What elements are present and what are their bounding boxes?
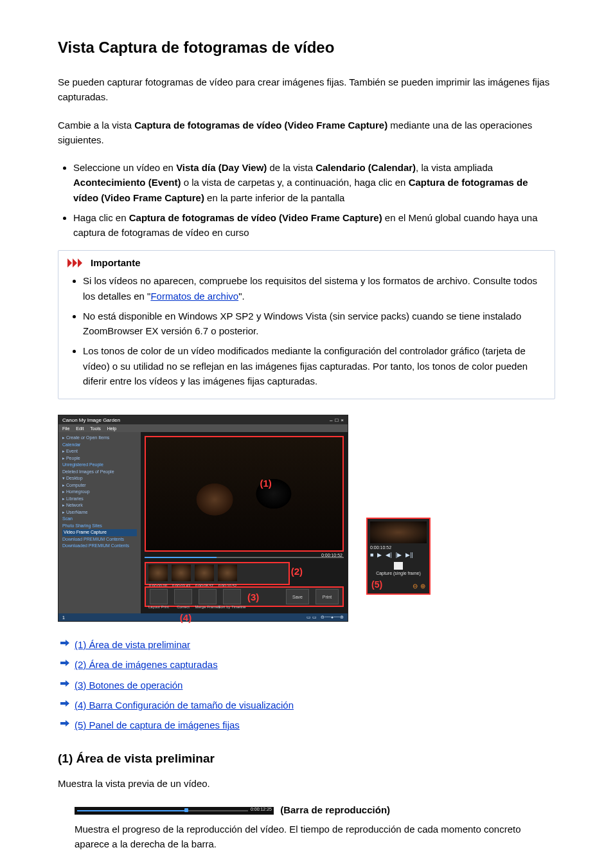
zoom-controls: ▭ ▭ ⊖──●──⊕ bbox=[306, 615, 344, 620]
anchor-link-3[interactable]: (3) Botones de operación bbox=[75, 680, 182, 691]
menu-item: Tools bbox=[90, 426, 100, 431]
sidebar-item: Libraries bbox=[66, 496, 84, 501]
anchor-link-2[interactable]: (2) Área de imágenes capturadas bbox=[75, 659, 218, 670]
text: en la parte inferior de la pantalla bbox=[204, 192, 344, 203]
text: , la vista ampliada bbox=[416, 162, 493, 173]
sidebar-item: Download PREMIUM Contents bbox=[62, 536, 137, 543]
page-title: Vista Captura de fotogramas de vídeo bbox=[58, 39, 555, 57]
playback-bar-block: 0:00:12:25 (Barra de reproducción) Muest… bbox=[75, 804, 555, 869]
thumb: 0:00:08.57 bbox=[195, 565, 214, 581]
status-count: 1 bbox=[62, 615, 65, 620]
panel-zoom: ⊖⊕ bbox=[413, 583, 425, 590]
captured-thumbs: 0:00:00.00 0:00:03.43 0:00:08.57 0:00:10… bbox=[145, 562, 290, 585]
intro-paragraph-1: Se pueden capturar fotogramas de vídeo p… bbox=[58, 75, 555, 105]
tool-merge-frames bbox=[199, 589, 217, 604]
section-1-p1: Muestra la vista previa de un vídeo. bbox=[58, 776, 555, 791]
overlay-label-4: (4) bbox=[180, 612, 191, 623]
panel-time: 0:00:10:52 bbox=[370, 545, 427, 550]
text: Seleccione un vídeo en bbox=[73, 162, 176, 173]
text: Cambie a la vista bbox=[58, 120, 134, 131]
callout-title-text: Importante bbox=[91, 257, 141, 268]
close-icon: × bbox=[341, 417, 344, 423]
window-controls: – □ × bbox=[330, 417, 344, 423]
maximize-icon: □ bbox=[335, 417, 338, 423]
playback-bar-image: 0:00:12:25 bbox=[75, 807, 274, 815]
callout-list: Si los vídeos no aparecen, compruebe los… bbox=[67, 273, 546, 388]
main-area: (1) 0:00:10:52 0:00:00.00 0:00:03.43 0:0… bbox=[141, 432, 348, 613]
sidebar-item: Network bbox=[66, 503, 83, 507]
app-screenshot-figure: Canon My Image Garden – □ × File Edit To… bbox=[58, 415, 555, 622]
save-button: Save bbox=[286, 589, 309, 604]
sidebar-item: Scan bbox=[62, 516, 137, 523]
menu-item: Edit bbox=[76, 426, 84, 431]
capture-panel: 0:00:10:52 ■ ▶ ◀| |▶ ▶|| Capture (single… bbox=[366, 518, 431, 595]
sidebar-item: Unregistered People bbox=[62, 462, 137, 469]
sidebar-item: Desktop bbox=[66, 476, 83, 480]
text: o la vista de carpetas y, a continuación… bbox=[181, 177, 409, 188]
sidebar-item-selected: Video Frame Capture bbox=[62, 529, 137, 536]
text-bold: Captura de fotogramas de vídeo (Video Fr… bbox=[134, 120, 387, 131]
panel-preview bbox=[370, 521, 427, 543]
stop-icon: ■ bbox=[370, 552, 373, 558]
playback-bar-label: (Barra de reproducción) bbox=[280, 804, 390, 815]
text-bold: Acontecimiento (Event) bbox=[73, 177, 181, 188]
anchor-link-5[interactable]: (5) Panel de captura de imágenes fijas bbox=[75, 719, 240, 730]
sidebar-item: Create or Open Items bbox=[66, 435, 109, 440]
text-bold: Vista día (Day View) bbox=[176, 162, 267, 173]
text-bold: Calendario (Calendar) bbox=[315, 162, 416, 173]
menu-item: File bbox=[62, 426, 69, 431]
sidebar-item: Computer bbox=[66, 483, 86, 487]
intro-paragraph-2: Cambie a la vista Captura de fotogramas … bbox=[58, 118, 555, 148]
sidebar-item: People bbox=[66, 456, 80, 460]
tool-correct bbox=[174, 589, 192, 604]
anchor-link-4[interactable]: (4) Barra Configuración de tamaño de vis… bbox=[75, 700, 294, 710]
list-item: Seleccione un vídeo en Vista día (Day Vi… bbox=[73, 160, 555, 205]
list-item: No está disponible en Windows XP SP2 y W… bbox=[83, 309, 546, 339]
capture-label: Capture (single frame) bbox=[370, 571, 427, 575]
text: Haga clic en bbox=[73, 212, 129, 223]
app-window: Canon My Image Garden – □ × File Edit To… bbox=[58, 415, 348, 622]
menu-item: Help bbox=[107, 426, 116, 431]
list-item: Si los vídeos no aparecen, compruebe los… bbox=[83, 273, 546, 303]
list-item: Haga clic en Captura de fotogramas de ví… bbox=[73, 210, 555, 240]
important-callout: Importante Si los vídeos no aparecen, co… bbox=[58, 250, 555, 399]
tool-layout-print bbox=[150, 589, 168, 604]
formatos-de-archivo-link[interactable]: Formatos de archivo bbox=[150, 291, 238, 302]
sidebar: ▸ Create or Open Items Calendar ▸ Event … bbox=[58, 432, 141, 613]
anchor-links: (1) Área de vista preliminar (2) Área de… bbox=[58, 637, 555, 732]
list-item: (5) Panel de captura de imágenes fijas bbox=[75, 718, 555, 732]
overlay-label-5: (5) bbox=[371, 579, 382, 590]
thumb: 0:00:10.52 bbox=[218, 565, 237, 581]
operation-buttons: (3) Save Print bbox=[145, 586, 344, 607]
minimize-icon: – bbox=[330, 417, 332, 423]
preview-area: (1) bbox=[145, 436, 344, 552]
sidebar-item: UserName bbox=[66, 510, 87, 514]
overlay-label-1: (1) bbox=[260, 478, 271, 489]
overlay-label-2: (2) bbox=[291, 566, 303, 577]
status-bar: 1 (4) ▭ ▭ ⊖──●──⊕ bbox=[58, 613, 348, 621]
list-item: (1) Área de vista preliminar bbox=[75, 637, 555, 652]
app-title: Canon My Image Garden bbox=[62, 417, 120, 423]
sidebar-item: Deleted Images of People bbox=[62, 469, 137, 476]
anchor-link-1[interactable]: (1) Área de vista preliminar bbox=[75, 639, 190, 650]
scrub-time: 0:00:10:52 bbox=[321, 553, 342, 557]
skip-fwd-icon: |▶ bbox=[396, 552, 402, 558]
thumb: 0:00:00.00 bbox=[148, 565, 168, 581]
thumb: 0:00:03.43 bbox=[172, 565, 191, 581]
callout-title: Importante bbox=[67, 257, 546, 268]
frame-fwd-icon: ▶|| bbox=[405, 552, 413, 558]
sidebar-item: Event bbox=[66, 449, 78, 453]
list-item: (3) Botones de operación bbox=[75, 678, 555, 692]
overlay-label-3: (3) bbox=[247, 592, 259, 602]
capture-icon bbox=[394, 562, 403, 570]
video-preview-image bbox=[146, 437, 342, 550]
sidebar-item: Homegroup bbox=[66, 489, 90, 494]
panel-controls: ■ ▶ ◀| |▶ ▶|| bbox=[370, 552, 427, 558]
playback-bar-time: 0:00:12:25 bbox=[251, 807, 272, 811]
list-item: (2) Área de imágenes capturadas bbox=[75, 657, 555, 672]
play-icon: ▶ bbox=[377, 552, 382, 558]
sidebar-item: Photo Sharing Sites bbox=[62, 523, 137, 530]
print-button: Print bbox=[315, 589, 339, 604]
chevrons-icon bbox=[67, 258, 87, 267]
title-bar: Canon My Image Garden – □ × bbox=[58, 415, 348, 424]
